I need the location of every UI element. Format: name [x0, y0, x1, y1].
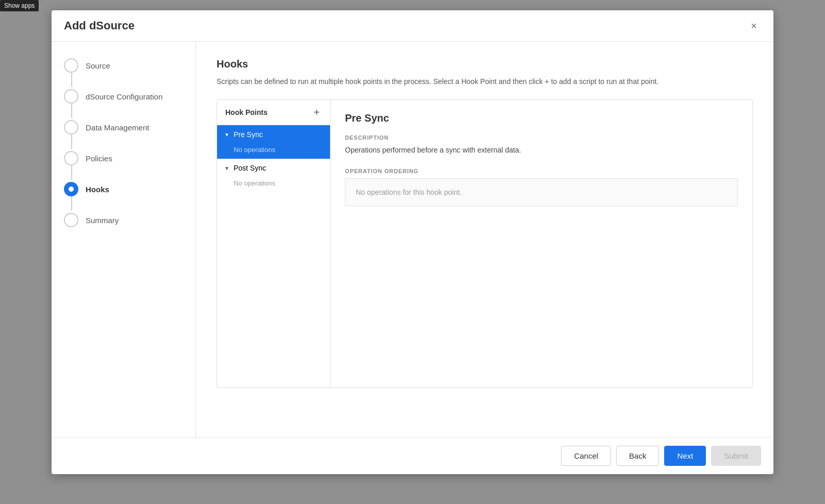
modal-overlay: Add dSource × Source dSource Configurati… [0, 0, 825, 504]
modal: Add dSource × Source dSource Configurati… [52, 10, 773, 474]
step-label-policies: Policies [86, 154, 112, 163]
step-circle-policies [64, 151, 78, 165]
hook-points-panel: Hook Points + ▼ Pre Sync No operations [217, 100, 331, 388]
step-summary[interactable]: Summary [64, 213, 183, 227]
step-label-source: Source [86, 61, 110, 70]
hook-point-post-sync-ops: No operations [217, 177, 330, 192]
add-hook-point-button[interactable]: + [311, 107, 322, 117]
step-source[interactable]: Source [64, 58, 183, 73]
hook-points-header-label: Hook Points [225, 108, 268, 116]
hook-points-header: Hook Points + [217, 100, 330, 125]
detail-description-label: DESCRIPTION [345, 135, 738, 141]
detail-title: Pre Sync [345, 112, 738, 124]
step-label-data-management: Data Management [86, 123, 149, 132]
hook-detail-panel: Pre Sync DESCRIPTION Operations performe… [331, 100, 752, 388]
submit-button: Submit [711, 446, 761, 466]
next-button[interactable]: Next [664, 446, 706, 466]
hook-point-pre-sync-ops: No operations [217, 144, 330, 159]
back-button[interactable]: Back [616, 446, 659, 466]
step-circle-source [64, 58, 78, 73]
step-circle-data-management [64, 120, 78, 135]
main-content: Hooks Scripts can be defined to run at m… [196, 42, 773, 437]
hook-point-pre-sync-row: ▼ Pre Sync [217, 125, 330, 144]
step-label-hooks: Hooks [86, 185, 109, 194]
hook-point-pre-sync-label: Pre Sync [234, 130, 263, 139]
section-description: Scripts can be defined to run at multipl… [217, 76, 753, 87]
detail-description-text: Operations performed before a sync with … [345, 145, 738, 156]
operation-ordering-label: OPERATION ORDERING [345, 168, 738, 174]
no-operations-box: No operations for this hook point. [345, 179, 738, 206]
hook-point-pre-sync[interactable]: ▼ Pre Sync No operations [217, 125, 330, 159]
hook-point-post-sync-row: ▼ Post Sync [217, 159, 330, 177]
close-button[interactable]: × [747, 19, 761, 33]
operation-ordering-section: OPERATION ORDERING No operations for thi… [345, 168, 738, 206]
show-apps-tooltip: Show apps [0, 0, 39, 11]
step-dsource-config[interactable]: dSource Configuration [64, 89, 183, 104]
modal-footer: Cancel Back Next Submit [52, 437, 773, 474]
cancel-button[interactable]: Cancel [561, 446, 611, 466]
step-circle-dsource-config [64, 89, 78, 104]
step-policies[interactable]: Policies [64, 151, 183, 165]
section-title: Hooks [217, 58, 753, 70]
modal-header: Add dSource × [52, 10, 773, 42]
step-label-dsource-config: dSource Configuration [86, 92, 162, 101]
hook-point-post-sync-label: Post Sync [234, 164, 266, 172]
modal-title: Add dSource [64, 19, 135, 32]
hooks-container: Hook Points + ▼ Pre Sync No operations [217, 99, 753, 388]
step-label-summary: Summary [86, 216, 119, 225]
step-circle-summary [64, 213, 78, 227]
hook-point-post-sync[interactable]: ▼ Post Sync No operations [217, 159, 330, 192]
modal-body: Source dSource Configuration Data Manage… [52, 42, 773, 437]
chevron-down-icon-post: ▼ [224, 165, 229, 171]
step-data-management[interactable]: Data Management [64, 120, 183, 135]
chevron-down-icon: ▼ [224, 132, 229, 138]
step-hooks[interactable]: Hooks [64, 182, 183, 196]
stepper: Source dSource Configuration Data Manage… [52, 42, 196, 437]
step-circle-hooks [64, 182, 78, 196]
